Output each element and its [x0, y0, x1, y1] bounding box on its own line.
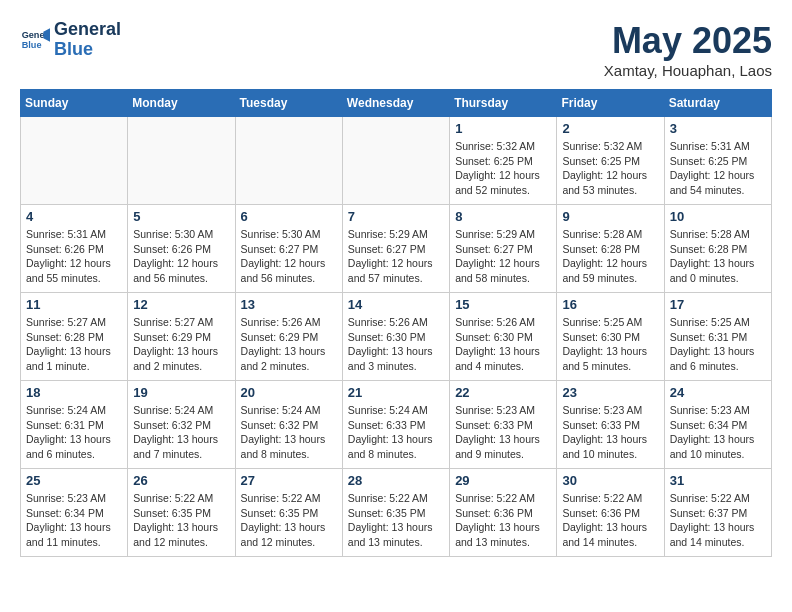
day-number: 10 — [670, 209, 766, 224]
day-number: 20 — [241, 385, 337, 400]
calendar-cell: 20Sunrise: 5:24 AM Sunset: 6:32 PM Dayli… — [235, 381, 342, 469]
week-row-4: 18Sunrise: 5:24 AM Sunset: 6:31 PM Dayli… — [21, 381, 772, 469]
calendar-cell: 31Sunrise: 5:22 AM Sunset: 6:37 PM Dayli… — [664, 469, 771, 557]
day-number: 30 — [562, 473, 658, 488]
page-header: General Blue General Blue May 2025 Xamta… — [20, 20, 772, 79]
day-info: Sunrise: 5:22 AM Sunset: 6:35 PM Dayligh… — [241, 491, 337, 550]
calendar-cell: 22Sunrise: 5:23 AM Sunset: 6:33 PM Dayli… — [450, 381, 557, 469]
weekday-header-wednesday: Wednesday — [342, 90, 449, 117]
logo-text-general: General — [54, 20, 121, 40]
calendar-cell: 2Sunrise: 5:32 AM Sunset: 6:25 PM Daylig… — [557, 117, 664, 205]
calendar-cell: 16Sunrise: 5:25 AM Sunset: 6:30 PM Dayli… — [557, 293, 664, 381]
calendar-cell: 11Sunrise: 5:27 AM Sunset: 6:28 PM Dayli… — [21, 293, 128, 381]
svg-text:Blue: Blue — [22, 40, 42, 50]
weekday-header-thursday: Thursday — [450, 90, 557, 117]
day-number: 4 — [26, 209, 122, 224]
day-info: Sunrise: 5:22 AM Sunset: 6:35 PM Dayligh… — [133, 491, 229, 550]
day-number: 7 — [348, 209, 444, 224]
day-info: Sunrise: 5:26 AM Sunset: 6:30 PM Dayligh… — [348, 315, 444, 374]
subtitle: Xamtay, Houaphan, Laos — [604, 62, 772, 79]
day-number: 25 — [26, 473, 122, 488]
week-row-2: 4Sunrise: 5:31 AM Sunset: 6:26 PM Daylig… — [21, 205, 772, 293]
day-number: 5 — [133, 209, 229, 224]
calendar-cell — [21, 117, 128, 205]
calendar-cell: 6Sunrise: 5:30 AM Sunset: 6:27 PM Daylig… — [235, 205, 342, 293]
day-info: Sunrise: 5:29 AM Sunset: 6:27 PM Dayligh… — [348, 227, 444, 286]
day-number: 14 — [348, 297, 444, 312]
weekday-header-saturday: Saturday — [664, 90, 771, 117]
logo: General Blue General Blue — [20, 20, 121, 60]
calendar-cell: 17Sunrise: 5:25 AM Sunset: 6:31 PM Dayli… — [664, 293, 771, 381]
day-info: Sunrise: 5:24 AM Sunset: 6:33 PM Dayligh… — [348, 403, 444, 462]
day-info: Sunrise: 5:27 AM Sunset: 6:29 PM Dayligh… — [133, 315, 229, 374]
day-info: Sunrise: 5:31 AM Sunset: 6:26 PM Dayligh… — [26, 227, 122, 286]
calendar-cell: 23Sunrise: 5:23 AM Sunset: 6:33 PM Dayli… — [557, 381, 664, 469]
calendar-cell: 25Sunrise: 5:23 AM Sunset: 6:34 PM Dayli… — [21, 469, 128, 557]
weekday-header-friday: Friday — [557, 90, 664, 117]
day-number: 27 — [241, 473, 337, 488]
calendar-cell: 1Sunrise: 5:32 AM Sunset: 6:25 PM Daylig… — [450, 117, 557, 205]
day-info: Sunrise: 5:27 AM Sunset: 6:28 PM Dayligh… — [26, 315, 122, 374]
day-number: 24 — [670, 385, 766, 400]
month-title: May 2025 — [604, 20, 772, 62]
logo-text-blue: Blue — [54, 40, 121, 60]
day-number: 11 — [26, 297, 122, 312]
calendar-cell: 12Sunrise: 5:27 AM Sunset: 6:29 PM Dayli… — [128, 293, 235, 381]
day-info: Sunrise: 5:28 AM Sunset: 6:28 PM Dayligh… — [562, 227, 658, 286]
title-block: May 2025 Xamtay, Houaphan, Laos — [604, 20, 772, 79]
day-info: Sunrise: 5:24 AM Sunset: 6:32 PM Dayligh… — [241, 403, 337, 462]
week-row-3: 11Sunrise: 5:27 AM Sunset: 6:28 PM Dayli… — [21, 293, 772, 381]
day-info: Sunrise: 5:25 AM Sunset: 6:30 PM Dayligh… — [562, 315, 658, 374]
calendar-cell: 15Sunrise: 5:26 AM Sunset: 6:30 PM Dayli… — [450, 293, 557, 381]
calendar-cell: 18Sunrise: 5:24 AM Sunset: 6:31 PM Dayli… — [21, 381, 128, 469]
day-info: Sunrise: 5:22 AM Sunset: 6:36 PM Dayligh… — [562, 491, 658, 550]
calendar-cell: 3Sunrise: 5:31 AM Sunset: 6:25 PM Daylig… — [664, 117, 771, 205]
day-number: 21 — [348, 385, 444, 400]
weekday-header-row: SundayMondayTuesdayWednesdayThursdayFrid… — [21, 90, 772, 117]
day-number: 2 — [562, 121, 658, 136]
day-number: 9 — [562, 209, 658, 224]
day-info: Sunrise: 5:23 AM Sunset: 6:33 PM Dayligh… — [562, 403, 658, 462]
day-number: 18 — [26, 385, 122, 400]
calendar-table: SundayMondayTuesdayWednesdayThursdayFrid… — [20, 89, 772, 557]
day-info: Sunrise: 5:22 AM Sunset: 6:36 PM Dayligh… — [455, 491, 551, 550]
weekday-header-sunday: Sunday — [21, 90, 128, 117]
day-info: Sunrise: 5:30 AM Sunset: 6:27 PM Dayligh… — [241, 227, 337, 286]
day-info: Sunrise: 5:28 AM Sunset: 6:28 PM Dayligh… — [670, 227, 766, 286]
weekday-header-monday: Monday — [128, 90, 235, 117]
day-number: 17 — [670, 297, 766, 312]
logo-icon: General Blue — [20, 25, 50, 55]
day-info: Sunrise: 5:31 AM Sunset: 6:25 PM Dayligh… — [670, 139, 766, 198]
calendar-cell: 10Sunrise: 5:28 AM Sunset: 6:28 PM Dayli… — [664, 205, 771, 293]
day-info: Sunrise: 5:29 AM Sunset: 6:27 PM Dayligh… — [455, 227, 551, 286]
calendar-cell: 5Sunrise: 5:30 AM Sunset: 6:26 PM Daylig… — [128, 205, 235, 293]
day-number: 28 — [348, 473, 444, 488]
calendar-cell: 14Sunrise: 5:26 AM Sunset: 6:30 PM Dayli… — [342, 293, 449, 381]
day-number: 6 — [241, 209, 337, 224]
day-info: Sunrise: 5:24 AM Sunset: 6:32 PM Dayligh… — [133, 403, 229, 462]
day-number: 15 — [455, 297, 551, 312]
day-number: 22 — [455, 385, 551, 400]
day-info: Sunrise: 5:23 AM Sunset: 6:34 PM Dayligh… — [26, 491, 122, 550]
calendar-cell: 26Sunrise: 5:22 AM Sunset: 6:35 PM Dayli… — [128, 469, 235, 557]
day-number: 3 — [670, 121, 766, 136]
day-number: 19 — [133, 385, 229, 400]
calendar-cell: 19Sunrise: 5:24 AM Sunset: 6:32 PM Dayli… — [128, 381, 235, 469]
calendar-cell: 9Sunrise: 5:28 AM Sunset: 6:28 PM Daylig… — [557, 205, 664, 293]
calendar-cell: 28Sunrise: 5:22 AM Sunset: 6:35 PM Dayli… — [342, 469, 449, 557]
day-info: Sunrise: 5:24 AM Sunset: 6:31 PM Dayligh… — [26, 403, 122, 462]
calendar-cell — [235, 117, 342, 205]
day-info: Sunrise: 5:32 AM Sunset: 6:25 PM Dayligh… — [562, 139, 658, 198]
day-info: Sunrise: 5:23 AM Sunset: 6:34 PM Dayligh… — [670, 403, 766, 462]
day-number: 13 — [241, 297, 337, 312]
calendar-cell: 8Sunrise: 5:29 AM Sunset: 6:27 PM Daylig… — [450, 205, 557, 293]
day-info: Sunrise: 5:26 AM Sunset: 6:29 PM Dayligh… — [241, 315, 337, 374]
week-row-5: 25Sunrise: 5:23 AM Sunset: 6:34 PM Dayli… — [21, 469, 772, 557]
day-number: 8 — [455, 209, 551, 224]
week-row-1: 1Sunrise: 5:32 AM Sunset: 6:25 PM Daylig… — [21, 117, 772, 205]
calendar-cell: 30Sunrise: 5:22 AM Sunset: 6:36 PM Dayli… — [557, 469, 664, 557]
day-number: 31 — [670, 473, 766, 488]
day-info: Sunrise: 5:26 AM Sunset: 6:30 PM Dayligh… — [455, 315, 551, 374]
calendar-cell: 29Sunrise: 5:22 AM Sunset: 6:36 PM Dayli… — [450, 469, 557, 557]
calendar-cell: 13Sunrise: 5:26 AM Sunset: 6:29 PM Dayli… — [235, 293, 342, 381]
